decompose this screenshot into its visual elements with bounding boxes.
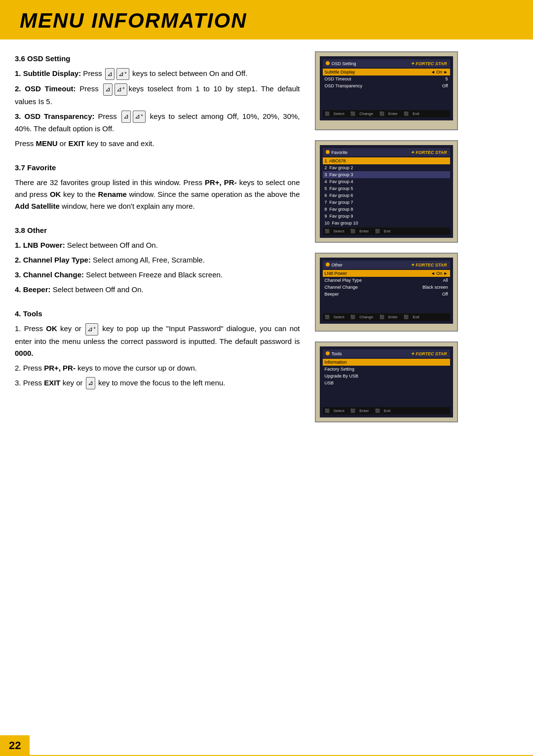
other-item-3: 3. Channel Change: Select between Freeze… (15, 269, 300, 281)
fav-row-5: 5 Fav group 5 (323, 185, 450, 192)
tools-item-2: 2. Press PR+, PR- keys to move the curso… (15, 362, 300, 374)
fav-row-8: 8 Fav group 8 (323, 206, 450, 213)
fav-row-7: 7 Fav group 7 (323, 199, 450, 206)
tools-row-2: Factory Setting (323, 366, 450, 373)
tools-row-4: USB (323, 379, 450, 386)
fav-row-6: 6 Fav group 6 (323, 192, 450, 199)
other-item-2: 2. Channel Play Type: Select among All, … (15, 254, 300, 266)
favorite-screen-footer: ⬛Select ⬛Enter ⬛Exit (323, 227, 450, 235)
other-screen: Other ✦ FORTEC STAR LNB Power◄ On ► Chan… (315, 253, 458, 332)
other-row-1: LNB Power◄ On ► (323, 270, 450, 277)
other-row-4: BeeperOff (323, 291, 450, 298)
other-item-4: 4. Beeper: Select between Off and On. (15, 284, 300, 296)
osd-screen-title: OSD Setting (332, 61, 356, 66)
other-item-1: 1. LNB Power: Select between Off and On. (15, 239, 300, 251)
osd-heading: 3.6 OSD Setting (15, 54, 300, 63)
right-column: OSD Setting ✦ FORTEC STAR Subtitle Displ… (315, 51, 519, 422)
favorite-text: There are 32 favorites group listed in t… (15, 177, 300, 212)
other-heading: 3.8 Other (15, 226, 300, 234)
fav-row-9: 9 Fav group 9 (323, 213, 450, 220)
fav-row-3: 3 Fav group 3 (323, 171, 450, 178)
tools-screen-footer: ⬛Select ⬛Enter ⬛Exit (323, 407, 450, 415)
tools-screen-brand: ✦ FORTEC STAR (411, 351, 447, 356)
osd-footer: Press MENU or EXIT key to save and exit. (15, 138, 300, 150)
fav-row-10: 10 Fav group 10 (323, 220, 450, 227)
left-column: 3.6 OSD Setting 1. Subtitle Display: Pre… (15, 51, 300, 422)
header: MENU INFORMATION (0, 0, 533, 39)
tools-row-1: Information (323, 359, 450, 366)
page-number: 22 (0, 735, 30, 756)
other-row-3: Channel ChangeBlack screen (323, 284, 450, 291)
favorite-screen-title: Favorite (332, 150, 348, 155)
tools-item-1: 1. Press OK key or ⊿⁺ key to pop up the … (15, 323, 300, 359)
tools-screen: Tools ✦ FORTEC STAR Information Factory … (315, 341, 458, 422)
osd-item-2: 2. OSD Timeout: Press ⊿⊿⁺keys toselect f… (15, 83, 300, 107)
osd-screen-brand: ✦ FORTEC STAR (411, 61, 447, 66)
other-screen-footer: ⬛Select ⬛Change ⬛Enter ⬛Exit (323, 313, 450, 321)
tools-screen-title: Tools (332, 351, 342, 356)
osd-screen-row-3: OSD TransparencyOff (323, 82, 450, 89)
favorite-screen-brand: ✦ FORTEC STAR (411, 150, 447, 155)
osd-screen-row-2: OSD Timeout5 (323, 76, 450, 82)
tools-item-3: 3. Press EXIT key or ⊿ key to move the f… (15, 377, 300, 389)
tools-heading: 4. Tools (15, 309, 300, 318)
favorite-heading: 3.7 Favorite (15, 163, 300, 172)
favorite-screen: Favorite ✦ FORTEC STAR 1 ABC678 2 Fav gr… (315, 140, 458, 243)
other-screen-title: Other (332, 263, 343, 267)
osd-item-1: 1. Subtitle Display: Press ⊿⊿⁺ keys to s… (15, 68, 300, 80)
other-screen-brand: ✦ FORTEC STAR (411, 263, 447, 267)
osd-item-3: 3. OSD Transparency: Press ⊿⊿⁺ keys to s… (15, 111, 300, 135)
page-title: MENU INFORMATION (20, 9, 513, 33)
osd-screen: OSD Setting ✦ FORTEC STAR Subtitle Displ… (315, 51, 458, 130)
osd-screen-footer: ⬛Select ⬛Change ⬛Enter ⬛Exit (323, 110, 450, 117)
other-row-2: Channel Play TypeAll (323, 277, 450, 284)
tools-row-3: Upgrade By USB (323, 373, 450, 379)
fav-row-2: 2 Fav group 2 (323, 164, 450, 171)
osd-screen-row-1: Subtitle Display◄ On ► (323, 69, 450, 76)
fav-row-1: 1 ABC678 (323, 157, 450, 164)
fav-row-4: 4 Fav group 4 (323, 178, 450, 185)
